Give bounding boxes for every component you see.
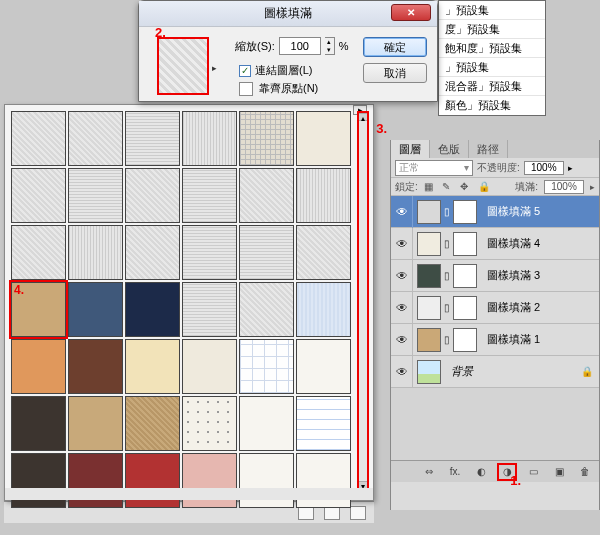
- pattern-swatch[interactable]: [125, 282, 180, 337]
- snap-origin-button[interactable]: 靠齊原點(N): [259, 81, 318, 96]
- pattern-swatch[interactable]: [68, 396, 123, 451]
- pattern-swatch[interactable]: [68, 168, 123, 223]
- pattern-swatch[interactable]: [239, 339, 294, 394]
- layer-row-background[interactable]: 👁 背景 🔒: [391, 356, 599, 388]
- chevron-down-icon[interactable]: ▸: [568, 163, 573, 173]
- pattern-swatch[interactable]: [182, 168, 237, 223]
- pattern-swatch[interactable]: [239, 225, 294, 280]
- tab-channels[interactable]: 色版: [430, 140, 469, 158]
- visibility-icon[interactable]: 👁: [391, 292, 413, 324]
- opacity-input[interactable]: 100%: [524, 161, 564, 175]
- pattern-preview[interactable]: ▸: [157, 37, 209, 95]
- mask-thumb[interactable]: [453, 232, 477, 256]
- pattern-swatch[interactable]: [182, 111, 237, 166]
- pattern-swatch[interactable]: [68, 282, 123, 337]
- scale-input[interactable]: 100: [279, 37, 321, 55]
- visibility-icon[interactable]: 👁: [391, 228, 413, 260]
- visibility-icon[interactable]: 👁: [391, 260, 413, 292]
- pattern-swatch[interactable]: [296, 339, 351, 394]
- pattern-swatch[interactable]: [296, 225, 351, 280]
- pattern-swatch[interactable]: [239, 396, 294, 451]
- preset-item[interactable]: 」預設集: [439, 58, 545, 77]
- layer-thumb[interactable]: [417, 264, 441, 288]
- dialog-titlebar[interactable]: 圖樣填滿 ✕: [139, 1, 437, 27]
- tab-layers[interactable]: 圖層: [391, 140, 430, 158]
- pattern-swatch[interactable]: [182, 396, 237, 451]
- layer-thumb[interactable]: [417, 360, 441, 384]
- layer-name[interactable]: 圖樣填滿 3: [481, 268, 540, 283]
- layer-thumb[interactable]: [417, 296, 441, 320]
- pattern-swatch[interactable]: [182, 225, 237, 280]
- layer-name[interactable]: 圖樣填滿 1: [481, 332, 540, 347]
- pattern-swatch[interactable]: [68, 225, 123, 280]
- layer-name[interactable]: 圖樣填滿 2: [481, 300, 540, 315]
- mask-thumb[interactable]: [453, 264, 477, 288]
- lock-all-icon[interactable]: 🔒: [478, 181, 490, 193]
- preset-item[interactable]: 度」預設集: [439, 20, 545, 39]
- new-layer-icon[interactable]: ▣: [551, 465, 567, 479]
- chevron-down-icon[interactable]: ▸: [212, 63, 217, 73]
- pattern-swatch[interactable]: [125, 225, 180, 280]
- lock-transparent-icon[interactable]: ▦: [424, 181, 436, 193]
- chevron-down-icon[interactable]: ▸: [590, 182, 595, 192]
- visibility-icon[interactable]: 👁: [391, 324, 413, 356]
- pattern-swatch[interactable]: [11, 339, 66, 394]
- pattern-swatch[interactable]: [11, 111, 66, 166]
- trash-icon[interactable]: 🗑: [577, 465, 593, 479]
- pattern-swatch[interactable]: [11, 396, 66, 451]
- pattern-swatch[interactable]: [125, 396, 180, 451]
- fx-icon[interactable]: fx.: [447, 465, 463, 479]
- pattern-swatch[interactable]: [239, 111, 294, 166]
- pattern-swatch[interactable]: [296, 282, 351, 337]
- scroll-up-icon[interactable]: ▴: [359, 113, 367, 121]
- pattern-swatch[interactable]: [125, 339, 180, 394]
- cancel-button[interactable]: 取消: [363, 63, 427, 83]
- close-button[interactable]: ✕: [391, 4, 431, 21]
- mask-thumb[interactable]: [453, 296, 477, 320]
- lock-move-icon[interactable]: ✥: [460, 181, 472, 193]
- pattern-scrollbar[interactable]: ▴ ▾: [357, 111, 369, 491]
- fill-input[interactable]: 100%: [544, 180, 584, 194]
- layer-name[interactable]: 圖樣填滿 4: [481, 236, 540, 251]
- pattern-swatch[interactable]: [125, 168, 180, 223]
- pattern-swatch[interactable]: [239, 282, 294, 337]
- pattern-swatch[interactable]: [239, 168, 294, 223]
- lock-paint-icon[interactable]: ✎: [442, 181, 454, 193]
- pattern-swatch[interactable]: [182, 282, 237, 337]
- visibility-icon[interactable]: 👁: [391, 356, 413, 388]
- mask-thumb[interactable]: [453, 328, 477, 352]
- layer-name[interactable]: 背景: [445, 364, 473, 379]
- layer-row[interactable]: 👁 ▯ 圖樣填滿 5: [391, 196, 599, 228]
- pattern-swatch[interactable]: [68, 339, 123, 394]
- blend-mode-select[interactable]: 正常▾: [395, 160, 473, 176]
- preset-item[interactable]: 混合器」預設集: [439, 77, 545, 96]
- pattern-swatch[interactable]: [296, 168, 351, 223]
- pattern-resize-handle[interactable]: [5, 488, 373, 500]
- ok-button[interactable]: 確定: [363, 37, 427, 57]
- layer-thumb[interactable]: [417, 200, 441, 224]
- preset-item[interactable]: 飽和度」預設集: [439, 39, 545, 58]
- link-checkbox[interactable]: ✓: [239, 65, 251, 77]
- pattern-swatch[interactable]: [296, 111, 351, 166]
- layer-row[interactable]: 👁 ▯ 圖樣填滿 2: [391, 292, 599, 324]
- layer-row[interactable]: 👁 ▯ 圖樣填滿 3: [391, 260, 599, 292]
- layer-row[interactable]: 👁 ▯ 圖樣填滿 1: [391, 324, 599, 356]
- visibility-icon[interactable]: 👁: [391, 196, 413, 228]
- layer-thumb[interactable]: [417, 328, 441, 352]
- link-layers-icon[interactable]: ⇔: [421, 465, 437, 479]
- pattern-swatch[interactable]: [296, 396, 351, 451]
- group-icon[interactable]: ▭: [525, 465, 541, 479]
- tab-paths[interactable]: 路徑: [469, 140, 508, 158]
- pattern-swatch[interactable]: [182, 339, 237, 394]
- mask-icon[interactable]: ◐: [473, 465, 489, 479]
- pattern-swatch[interactable]: [125, 111, 180, 166]
- mask-thumb[interactable]: [453, 200, 477, 224]
- preset-item[interactable]: 」預設集: [439, 1, 545, 20]
- pattern-swatch[interactable]: [68, 111, 123, 166]
- scale-spinner[interactable]: ▴▾: [325, 37, 335, 55]
- layer-thumb[interactable]: [417, 232, 441, 256]
- pattern-swatch[interactable]: [11, 168, 66, 223]
- pattern-swatch[interactable]: [11, 225, 66, 280]
- layer-row[interactable]: 👁 ▯ 圖樣填滿 4: [391, 228, 599, 260]
- pattern-swatch-selected[interactable]: [11, 282, 66, 337]
